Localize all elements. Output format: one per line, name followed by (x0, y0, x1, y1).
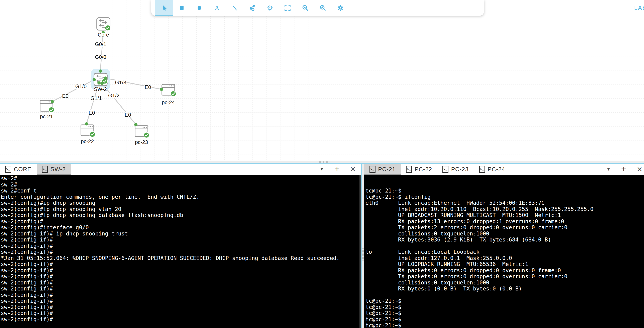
terminal-line: sw-2(config-if)# (1, 249, 361, 255)
terminal-line: sw-2# (1, 176, 361, 182)
pane-controls: ▼ + ✕ (320, 164, 356, 175)
terminal-line: RX bytes:0 (0.0 B) TX bytes:0 (0.0 B) (366, 286, 644, 292)
node-label-pc22: pc-22 (81, 138, 94, 144)
iface-label-e0-pc23: E0 (125, 112, 131, 118)
terminal-tab-label: PC-21 (378, 166, 396, 173)
splitter-drag-handle[interactable] (362, 248, 364, 261)
terminal-output-sw2[interactable]: sw-2#sw-2#sw-2#conf tEnter configuration… (0, 175, 361, 328)
node-label-core: Core (98, 32, 109, 38)
pc-icon-dots (143, 127, 147, 128)
terminal-icon: >_ (406, 166, 412, 173)
terminal-line: *Jan 31 05:15:52.064: %DHCP_SNOOPING-6-A… (1, 255, 361, 261)
terminal-tab-label: PC-23 (451, 166, 468, 173)
iface-label-g10: G1/0 (75, 83, 86, 89)
terminal-line: sw-2(config)#ip dhcp snooping database f… (1, 212, 361, 218)
terminal-line: eth0 Link encap:Ethernet HWaddr 52:54:00… (366, 200, 644, 206)
terminal-line: collisions:0 txqueuelen:1000 (366, 280, 644, 286)
terminal-line: sw-2(config-if)# (1, 243, 361, 249)
terminal-output-pc21[interactable]: tc@pc-21:~$tc@pc-21:~$ ifconfigeth0 Link… (364, 175, 644, 328)
terminal-line: RX packets:13 errors:0 dropped:1 overrun… (366, 218, 644, 225)
splitter-drag-handle[interactable] (318, 161, 330, 163)
iface-label-g01: G0/1 (95, 41, 106, 47)
terminal-line: sw-2#conf t (1, 188, 361, 194)
terminal-line: sw-2(config-if)# (1, 304, 361, 310)
terminal-line (366, 292, 644, 298)
terminal-tab-pc22[interactable]: >_ PC-22 (401, 164, 437, 175)
node-label-pc23: pc-23 (135, 139, 148, 145)
terminal-icon: >_ (442, 166, 448, 173)
terminal-line: sw-2(config)#ip dhcp snooping (1, 200, 361, 206)
terminal-line: sw-2(config-if)# (1, 273, 361, 280)
select-tool-button[interactable] (155, 0, 173, 16)
app: Core G0/1 G0/0 SW-2 G1/0 E0 G1/1 G1/2 G1… (0, 0, 644, 328)
center-view-icon (266, 4, 274, 12)
topology-canvas[interactable]: Core G0/1 G0/0 SW-2 G1/0 E0 G1/1 G1/2 G1… (0, 0, 644, 160)
terminal-line: tc@pc-21:~$ (366, 322, 644, 328)
terminal-tab-sw2[interactable]: >_ SW-2 (37, 164, 71, 175)
collapse-pane-button[interactable]: ▼ (320, 167, 324, 172)
terminal-icon: >_ (5, 166, 11, 173)
terminal-line: sw-2(config-if)# (1, 267, 361, 274)
zoom-out-tool-button[interactable] (296, 0, 314, 16)
terminal-line: tc@pc-21:~$ ifconfig (366, 194, 644, 200)
add-node-tool-button[interactable] (244, 0, 261, 16)
fullscreen-tool-button[interactable] (279, 0, 296, 16)
node-pc22[interactable] (81, 125, 95, 137)
terminal-tab-pc21[interactable]: >_ PC-21 (364, 164, 401, 175)
ellipse-icon (196, 4, 203, 12)
gear-icon (337, 4, 344, 12)
settings-tool-button[interactable] (332, 0, 349, 16)
terminal-line: sw-2(config)#interface g0/0 (1, 224, 361, 231)
node-pc23[interactable] (135, 126, 149, 138)
pc-icon-dots (170, 86, 174, 87)
ellipse-tool-button[interactable] (190, 0, 208, 16)
terminal-tab-pc24[interactable]: >_ PC-24 (474, 164, 510, 175)
terminal-pane-pcs: >_ PC-21 >_ PC-22 >_ PC-23 >_ PC-24 ▼ + … (364, 164, 644, 328)
terminal-line: sw-2(config)# (1, 218, 361, 225)
text-tool-button[interactable]: A (208, 0, 226, 16)
terminal-lines: tc@pc-21:~$tc@pc-21:~$ ifconfigeth0 Link… (366, 188, 644, 328)
iface-label-g00: G0/0 (95, 54, 106, 60)
close-pane-button[interactable]: ✕ (637, 166, 642, 173)
rectangle-tool-button[interactable] (173, 0, 190, 16)
close-pane-button[interactable]: ✕ (350, 166, 356, 173)
terminal-line: Enter configuration commands, one per li… (1, 194, 361, 200)
line-tool-button[interactable] (226, 0, 244, 16)
terminal-icon: >_ (42, 166, 48, 173)
pane-top-border (0, 163, 644, 164)
add-terminal-button[interactable]: + (621, 165, 626, 173)
terminal-tab-core[interactable]: >_ CORE (0, 164, 37, 175)
terminal-line: collisions:0 txqueuelen:1000 (366, 231, 644, 237)
drawing-tools: A (151, 0, 349, 16)
rectangle-icon (178, 4, 186, 12)
collapse-pane-button[interactable]: ▼ (606, 167, 611, 172)
terminal-line: sw-2(config)#ip dhcp snooping vlan 20 (1, 206, 361, 212)
terminal-line: tc@pc-21:~$ (366, 310, 644, 316)
horizontal-splitter[interactable] (0, 160, 644, 163)
zoom-in-tool-button[interactable] (314, 0, 332, 16)
toolbar-divider (385, 2, 385, 14)
terminal-scrollbar[interactable] (360, 175, 361, 328)
iface-label-e0-pc21: E0 (62, 93, 68, 99)
add-terminal-button[interactable]: + (334, 165, 340, 173)
terminal-tab-label: SW-2 (50, 166, 66, 173)
node-core[interactable] (97, 18, 110, 31)
tab-lab[interactable]: LAB (628, 0, 644, 16)
line-icon (231, 4, 238, 12)
terminal-line: inet addr:127.0.0.1 Mask:255.0.0.0 (366, 255, 644, 261)
center-view-tool-button[interactable] (261, 0, 279, 16)
node-pc24[interactable] (162, 84, 176, 97)
terminal-line (366, 243, 644, 249)
iface-label-g13: G1/3 (115, 79, 126, 86)
status-check-badge (49, 107, 54, 113)
terminal-pane-switches: >_ CORE >_ SW-2 ▼ + ✕ sw-2#sw-2#sw-2#con… (0, 164, 361, 328)
vertical-splitter-gutter[interactable] (362, 164, 364, 328)
terminal-line: RX packets:0 errors:0 dropped:0 overruns… (366, 267, 644, 274)
terminal-line: sw-2(config-if)# (1, 310, 361, 316)
terminal-line: TX packets:0 errors:0 dropped:0 overruns… (366, 273, 644, 280)
terminal-line: sw-2# (1, 182, 361, 188)
terminal-tab-pc23[interactable]: >_ PC-23 (437, 164, 474, 175)
toolbar: A (151, 0, 484, 16)
nav-tabs: LAB NODES PANES GUIDE (628, 0, 644, 16)
fullscreen-icon (284, 4, 291, 12)
